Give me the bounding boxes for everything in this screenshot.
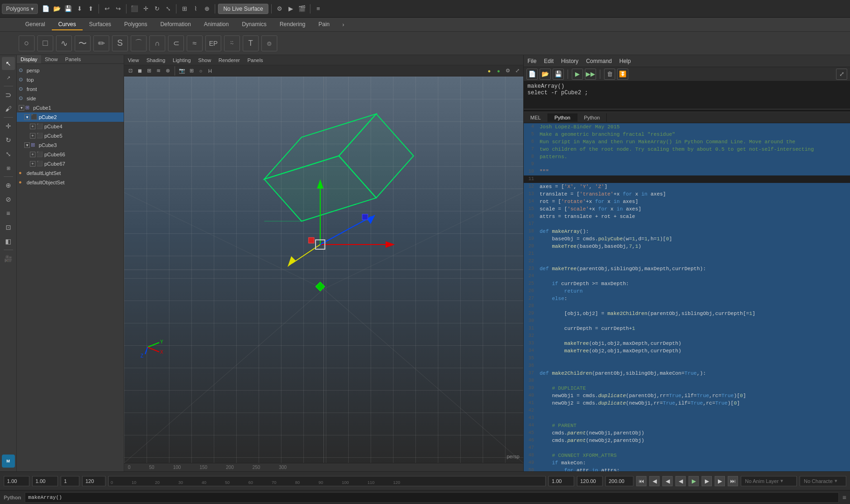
shelf-wave-icon[interactable]: 〜 xyxy=(75,35,91,51)
expand-pcube2[interactable]: ▾ xyxy=(24,114,30,120)
range-start-field[interactable] xyxy=(548,476,574,486)
display-layer-icon[interactable]: ≡ xyxy=(313,4,323,14)
transport-step-forward2[interactable]: ▶ xyxy=(715,476,725,486)
move-tool-icon[interactable]: ✛ xyxy=(2,119,15,133)
rotate-tool-icon[interactable]: ↻ xyxy=(2,133,15,147)
scale-icon[interactable]: ⤡ xyxy=(163,4,173,14)
vp-menu-shading[interactable]: Shading xyxy=(147,57,165,63)
vp-xray-icon[interactable]: ⊞ xyxy=(145,67,153,75)
expand-pcube1[interactable]: ▾ xyxy=(19,105,24,111)
outliner-item-defaultobjectset[interactable]: ● defaultObjectSet xyxy=(17,178,124,187)
vp-menu-lighting[interactable]: Lighting xyxy=(173,57,191,63)
script-menu-history[interactable]: History xyxy=(561,58,578,64)
python-close-icon[interactable]: ≡ xyxy=(843,494,846,501)
export-icon[interactable]: ⬆ xyxy=(85,4,96,14)
script-expand-icon[interactable]: ⤢ xyxy=(836,69,847,80)
tab-animation[interactable]: Animation xyxy=(197,19,235,30)
transport-step-back2[interactable]: ◀ xyxy=(662,476,673,486)
outliner-item-pcube66[interactable]: + ⬛ pCube66 xyxy=(17,150,124,159)
vp-light2-icon[interactable]: ● xyxy=(494,67,503,75)
tab-polygons[interactable]: Polygons xyxy=(118,19,154,30)
outliner-item-persp[interactable]: ⊙ persp xyxy=(17,66,124,75)
move-icon[interactable]: ✛ xyxy=(140,4,151,14)
outliner-item-pcube5[interactable]: + ⬛ pCube5 xyxy=(17,131,124,140)
script-tab-python1[interactable]: Python xyxy=(548,113,577,122)
vp-menu-show[interactable]: Show xyxy=(198,57,211,63)
mode-dropdown[interactable]: Polygons ▾ xyxy=(2,4,38,14)
script-tab-python2[interactable]: Python xyxy=(577,113,607,122)
time-current-field[interactable] xyxy=(32,476,58,486)
vp-isolate-icon[interactable]: ○ xyxy=(197,67,205,75)
transport-to-end[interactable]: ⏭ xyxy=(728,476,738,486)
shelf-path-icon[interactable]: ⌾ xyxy=(261,35,277,51)
transport-step-back[interactable]: ◀ xyxy=(649,476,660,486)
outliner-display-tab[interactable]: Display xyxy=(17,55,41,63)
script-execute-icon[interactable]: ▶ xyxy=(572,69,583,80)
tab-deformation[interactable]: Deformation xyxy=(154,19,197,30)
outliner-item-pcube67[interactable]: + ⬛ pCube67 xyxy=(17,159,124,168)
select-tool-icon[interactable]: ↖ xyxy=(2,57,15,70)
outliner-item-pcube2[interactable]: ▾ ⬛ pCube2 xyxy=(17,112,124,122)
script-menu-command[interactable]: Command xyxy=(586,58,611,64)
shelf-circle-icon[interactable]: ○ xyxy=(19,35,35,51)
undo-icon[interactable]: ↩ xyxy=(102,4,112,14)
outliner-item-pcube4[interactable]: + ⬛ pCube4 xyxy=(17,122,124,131)
lasso-icon[interactable]: ⊃ xyxy=(2,88,15,101)
outliner-panels-tab[interactable]: Panels xyxy=(62,55,85,63)
shelf-arc-icon[interactable]: ∿ xyxy=(56,35,72,51)
vp-smooth-icon[interactable]: ≋ xyxy=(154,67,162,75)
import-icon[interactable]: ⬇ xyxy=(74,4,84,14)
tab-curves[interactable]: Curves xyxy=(52,19,83,30)
show-manip-icon[interactable]: ⊕ xyxy=(2,179,15,192)
universal-tool-icon[interactable]: ⊞ xyxy=(2,161,15,175)
vp-menu-renderer[interactable]: Renderer xyxy=(218,57,240,63)
vp-camera-icon[interactable]: 📷 xyxy=(178,67,186,75)
script-save-icon[interactable]: 💾 xyxy=(553,69,564,80)
expand-pcube67[interactable]: + xyxy=(30,161,35,167)
vp-menu-view[interactable]: View xyxy=(128,57,139,63)
snap-point-icon[interactable]: ⊕ xyxy=(202,4,212,14)
open-file-icon[interactable]: 📂 xyxy=(52,4,62,14)
tab-dynamics[interactable]: Dynamics xyxy=(235,19,273,30)
script-open-icon[interactable]: 📂 xyxy=(540,69,551,80)
vp-menu-panels[interactable]: Panels xyxy=(247,57,263,63)
shelf-ep-icon[interactable]: EP xyxy=(205,35,221,51)
range-end-field[interactable] xyxy=(577,476,603,486)
expand-pcube66[interactable]: + xyxy=(30,152,35,157)
script-menu-file[interactable]: File xyxy=(527,58,536,64)
new-file-icon[interactable]: 📄 xyxy=(41,4,51,14)
redo-icon[interactable]: ↪ xyxy=(113,4,123,14)
snap-grid-icon[interactable]: ⊞ xyxy=(179,4,190,14)
save-icon[interactable]: 💾 xyxy=(63,4,73,14)
tab-arrow-right[interactable]: › xyxy=(338,20,348,30)
vp-light1-icon[interactable]: ● xyxy=(485,67,493,75)
script-clear-history-icon[interactable]: 🗑 xyxy=(604,69,615,80)
render-icon[interactable]: ▶ xyxy=(286,4,296,14)
snap-curve-icon[interactable]: ⌇ xyxy=(190,4,201,14)
expand-pcube5[interactable]: + xyxy=(30,133,35,139)
outliner-item-defaultlightset[interactable]: ● defaultLightSet xyxy=(17,168,124,178)
ipr-icon[interactable]: 🎬 xyxy=(297,4,307,14)
vp-wireframe-icon[interactable]: ⊡ xyxy=(126,67,134,75)
symmetry-icon[interactable]: ≡ xyxy=(2,207,15,220)
total-end-field[interactable] xyxy=(605,476,633,486)
rotate-icon[interactable]: ↻ xyxy=(152,4,162,14)
vp-hud-icon[interactable]: H xyxy=(206,67,214,75)
shelf-curve4-icon[interactable]: ≈ xyxy=(187,35,203,51)
vp-grid-icon[interactable]: ⊞ xyxy=(187,67,196,75)
shelf-curve2-icon[interactable]: ∩ xyxy=(149,35,165,51)
timeline[interactable]: 0 10 20 30 40 50 60 70 80 90 100 110 120 xyxy=(108,476,546,486)
outliner-item-front[interactable]: ⊙ front xyxy=(17,84,124,94)
tab-surfaces[interactable]: Surfaces xyxy=(83,19,118,30)
transport-to-start[interactable]: ⏮ xyxy=(636,476,646,486)
tab-paint[interactable]: Pain xyxy=(312,19,336,30)
script-menu-help[interactable]: Help xyxy=(619,58,631,64)
outliner-item-top[interactable]: ⊙ top xyxy=(17,75,124,84)
expand-pcube3[interactable]: ▾ xyxy=(24,142,30,148)
shelf-square-icon[interactable]: □ xyxy=(37,35,53,51)
outliner-item-pcube1[interactable]: ▾ ⊞ pCube1 xyxy=(17,103,124,112)
transport-reverse[interactable]: ◀ xyxy=(675,476,686,486)
vp-maximize-icon[interactable]: ⤢ xyxy=(513,67,521,75)
outliner-item-side[interactable]: ⊙ side xyxy=(17,94,124,103)
shelf-pencil-icon[interactable]: ✏ xyxy=(93,35,109,51)
